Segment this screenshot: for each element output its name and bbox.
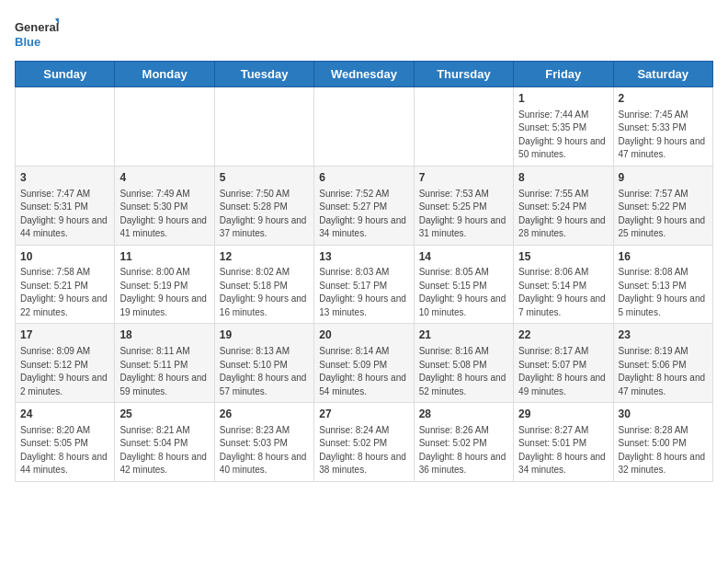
calendar-cell: 4Sunrise: 7:49 AM Sunset: 5:30 PM Daylig…: [115, 166, 214, 245]
day-number: 30: [619, 407, 708, 422]
day-number: 22: [518, 327, 608, 343]
calendar-cell: [314, 87, 414, 167]
logo-svg: General Blue: [15, 15, 59, 52]
day-number: 19: [220, 327, 309, 343]
day-number: 1: [518, 91, 608, 107]
calendar-table: SundayMondayTuesdayWednesdayThursdayFrid…: [15, 61, 713, 482]
calendar-cell: 25Sunrise: 8:21 AM Sunset: 5:04 PM Dayli…: [115, 403, 214, 482]
day-info: Sunrise: 8:06 AM Sunset: 5:14 PM Dayligh…: [518, 266, 608, 319]
day-info: Sunrise: 7:53 AM Sunset: 5:25 PM Dayligh…: [419, 188, 508, 241]
day-info: Sunrise: 8:05 AM Sunset: 5:15 PM Dayligh…: [419, 266, 508, 319]
day-number: 8: [518, 170, 608, 186]
day-info: Sunrise: 8:00 AM Sunset: 5:19 PM Dayligh…: [119, 266, 209, 319]
calendar-cell: [214, 87, 313, 167]
day-number: 11: [119, 249, 209, 265]
day-number: 24: [20, 407, 109, 422]
calendar-cell: 6Sunrise: 7:52 AM Sunset: 5:27 PM Daylig…: [314, 166, 414, 245]
day-number: 7: [419, 170, 508, 186]
day-info: Sunrise: 8:21 AM Sunset: 5:04 PM Dayligh…: [119, 424, 209, 477]
calendar-cell: 3Sunrise: 7:47 AM Sunset: 5:31 PM Daylig…: [16, 166, 115, 245]
calendar-cell: 27Sunrise: 8:24 AM Sunset: 5:02 PM Dayli…: [314, 403, 414, 482]
day-number: 6: [319, 170, 408, 186]
day-info: Sunrise: 8:03 AM Sunset: 5:17 PM Dayligh…: [319, 266, 408, 319]
weekday-header-tuesday: Tuesday: [214, 62, 313, 87]
calendar-cell: 13Sunrise: 8:03 AM Sunset: 5:17 PM Dayli…: [314, 245, 414, 324]
calendar-cell: 7Sunrise: 7:53 AM Sunset: 5:25 PM Daylig…: [414, 166, 513, 245]
day-number: 9: [619, 170, 708, 186]
day-info: Sunrise: 7:55 AM Sunset: 5:24 PM Dayligh…: [518, 188, 608, 241]
calendar-cell: 18Sunrise: 8:11 AM Sunset: 5:11 PM Dayli…: [115, 324, 214, 403]
day-number: 4: [119, 170, 209, 186]
calendar-week-4: 17Sunrise: 8:09 AM Sunset: 5:12 PM Dayli…: [16, 324, 713, 403]
weekday-header-thursday: Thursday: [414, 62, 513, 87]
calendar-cell: [115, 87, 214, 167]
day-info: Sunrise: 8:24 AM Sunset: 5:02 PM Dayligh…: [319, 424, 408, 477]
calendar-cell: 20Sunrise: 8:14 AM Sunset: 5:09 PM Dayli…: [314, 324, 414, 403]
calendar-week-1: 1Sunrise: 7:44 AM Sunset: 5:35 PM Daylig…: [16, 87, 713, 167]
weekday-header-wednesday: Wednesday: [314, 62, 414, 87]
calendar-cell: 19Sunrise: 8:13 AM Sunset: 5:10 PM Dayli…: [214, 324, 313, 403]
weekday-header-saturday: Saturday: [613, 62, 712, 87]
day-number: 27: [319, 407, 408, 422]
day-number: 29: [518, 407, 608, 422]
day-info: Sunrise: 8:16 AM Sunset: 5:08 PM Dayligh…: [419, 345, 508, 398]
calendar-cell: 30Sunrise: 8:28 AM Sunset: 5:00 PM Dayli…: [613, 403, 712, 482]
logo: General Blue: [15, 15, 59, 52]
calendar-cell: 11Sunrise: 8:00 AM Sunset: 5:19 PM Dayli…: [115, 245, 214, 324]
day-info: Sunrise: 8:28 AM Sunset: 5:00 PM Dayligh…: [619, 424, 708, 477]
weekday-header-row: SundayMondayTuesdayWednesdayThursdayFrid…: [16, 62, 713, 87]
day-info: Sunrise: 8:19 AM Sunset: 5:06 PM Dayligh…: [619, 345, 708, 398]
day-info: Sunrise: 8:27 AM Sunset: 5:01 PM Dayligh…: [518, 424, 608, 477]
day-number: 3: [20, 170, 109, 186]
calendar-cell: 28Sunrise: 8:26 AM Sunset: 5:02 PM Dayli…: [414, 403, 513, 482]
day-number: 17: [20, 327, 109, 343]
day-info: Sunrise: 8:02 AM Sunset: 5:18 PM Dayligh…: [220, 266, 309, 319]
day-info: Sunrise: 7:47 AM Sunset: 5:31 PM Dayligh…: [20, 188, 109, 241]
calendar-cell: 8Sunrise: 7:55 AM Sunset: 5:24 PM Daylig…: [514, 166, 613, 245]
header: General Blue: [15, 15, 713, 52]
day-info: Sunrise: 7:58 AM Sunset: 5:21 PM Dayligh…: [20, 266, 109, 319]
day-info: Sunrise: 8:11 AM Sunset: 5:11 PM Dayligh…: [119, 345, 209, 398]
weekday-header-monday: Monday: [115, 62, 214, 87]
calendar-cell: 16Sunrise: 8:08 AM Sunset: 5:13 PM Dayli…: [613, 245, 712, 324]
calendar-cell: 14Sunrise: 8:05 AM Sunset: 5:15 PM Dayli…: [414, 245, 513, 324]
calendar-cell: 29Sunrise: 8:27 AM Sunset: 5:01 PM Dayli…: [514, 403, 613, 482]
day-number: 10: [20, 249, 109, 265]
day-info: Sunrise: 8:26 AM Sunset: 5:02 PM Dayligh…: [419, 424, 508, 477]
calendar-cell: 26Sunrise: 8:23 AM Sunset: 5:03 PM Dayli…: [214, 403, 313, 482]
day-info: Sunrise: 8:13 AM Sunset: 5:10 PM Dayligh…: [220, 345, 309, 398]
calendar-cell: 15Sunrise: 8:06 AM Sunset: 5:14 PM Dayli…: [514, 245, 613, 324]
day-number: 5: [220, 170, 309, 186]
svg-text:Blue: Blue: [15, 35, 40, 49]
calendar-week-3: 10Sunrise: 7:58 AM Sunset: 5:21 PM Dayli…: [16, 245, 713, 324]
day-number: 25: [119, 407, 209, 422]
day-info: Sunrise: 8:20 AM Sunset: 5:05 PM Dayligh…: [20, 424, 109, 477]
calendar-cell: [414, 87, 513, 167]
svg-text:General: General: [15, 20, 59, 34]
day-number: 2: [619, 91, 708, 107]
day-info: Sunrise: 8:09 AM Sunset: 5:12 PM Dayligh…: [20, 345, 109, 398]
day-info: Sunrise: 8:17 AM Sunset: 5:07 PM Dayligh…: [518, 345, 608, 398]
day-info: Sunrise: 7:52 AM Sunset: 5:27 PM Dayligh…: [319, 188, 408, 241]
day-info: Sunrise: 7:57 AM Sunset: 5:22 PM Dayligh…: [619, 188, 708, 241]
day-info: Sunrise: 7:45 AM Sunset: 5:33 PM Dayligh…: [619, 109, 708, 162]
calendar-cell: 23Sunrise: 8:19 AM Sunset: 5:06 PM Dayli…: [613, 324, 712, 403]
calendar-week-2: 3Sunrise: 7:47 AM Sunset: 5:31 PM Daylig…: [16, 166, 713, 245]
day-number: 12: [220, 249, 309, 265]
day-number: 16: [619, 249, 708, 265]
calendar-cell: 10Sunrise: 7:58 AM Sunset: 5:21 PM Dayli…: [16, 245, 115, 324]
day-number: 15: [518, 249, 608, 265]
calendar-week-5: 24Sunrise: 8:20 AM Sunset: 5:05 PM Dayli…: [16, 403, 713, 482]
calendar-cell: 9Sunrise: 7:57 AM Sunset: 5:22 PM Daylig…: [613, 166, 712, 245]
calendar-cell: 5Sunrise: 7:50 AM Sunset: 5:28 PM Daylig…: [214, 166, 313, 245]
calendar-cell: 24Sunrise: 8:20 AM Sunset: 5:05 PM Dayli…: [16, 403, 115, 482]
day-info: Sunrise: 7:49 AM Sunset: 5:30 PM Dayligh…: [119, 188, 209, 241]
day-number: 18: [119, 327, 209, 343]
day-info: Sunrise: 8:14 AM Sunset: 5:09 PM Dayligh…: [319, 345, 408, 398]
day-number: 20: [319, 327, 408, 343]
day-number: 13: [319, 249, 408, 265]
day-number: 26: [220, 407, 309, 422]
day-info: Sunrise: 7:44 AM Sunset: 5:35 PM Dayligh…: [518, 109, 608, 162]
calendar-cell: 12Sunrise: 8:02 AM Sunset: 5:18 PM Dayli…: [214, 245, 313, 324]
calendar-cell: 17Sunrise: 8:09 AM Sunset: 5:12 PM Dayli…: [16, 324, 115, 403]
